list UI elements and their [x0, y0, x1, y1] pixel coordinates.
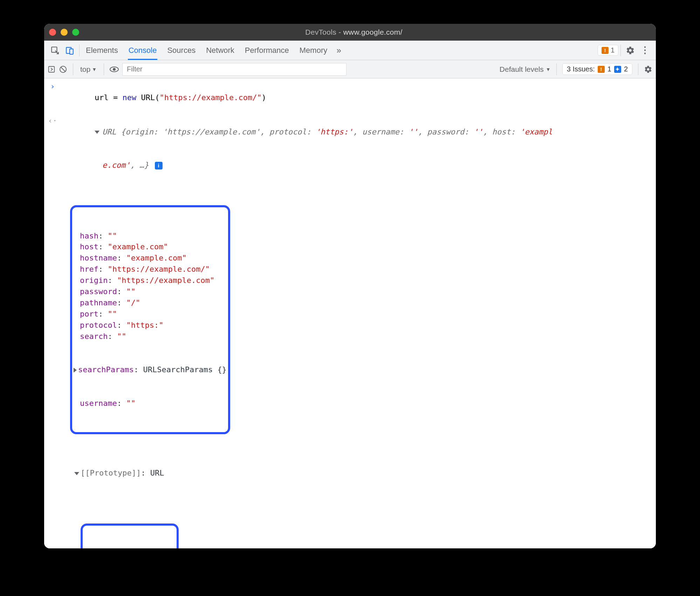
prop-value: 'exampl: [520, 127, 553, 136]
info-badge-icon[interactable]: i: [155, 162, 163, 169]
prop-value: "": [117, 332, 126, 341]
highlight-box-1: hash: ""host: "example.com"hostname: "ex…: [70, 205, 230, 434]
chevron-down-icon: ▼: [92, 67, 97, 72]
prop-key: username: [80, 399, 117, 408]
clear-console-icon[interactable]: [59, 65, 67, 74]
issues-label: 3 Issues:: [567, 65, 595, 73]
filter-input[interactable]: [122, 63, 346, 76]
proto-label: [[Prototype]]: [81, 469, 141, 477]
prop-value: "https:": [126, 321, 163, 330]
devtools-window: DevTools - www.google.com/ Elements Cons…: [44, 24, 656, 548]
prop-key: protocol: [80, 321, 117, 330]
prop-value: "example.com": [108, 242, 168, 251]
object-property-row[interactable]: hash: "": [74, 230, 227, 242]
console-output[interactable]: › url = new URL("https://example.com/") …: [44, 78, 656, 548]
expand-toggle-icon[interactable]: [74, 368, 77, 373]
proto-value: URL: [150, 469, 164, 477]
minimize-window-button[interactable]: [61, 29, 68, 36]
expand-toggle-icon[interactable]: [74, 472, 79, 475]
tab-performance[interactable]: Performance: [244, 41, 290, 60]
inspect-element-icon[interactable]: [48, 43, 62, 58]
code-text: url =: [95, 93, 122, 102]
object-property-row[interactable]: protocol: "https:": [74, 320, 227, 331]
code-text: URL(: [136, 93, 159, 102]
separator: [104, 63, 104, 75]
panel-tabs: Elements Console Sources Network Perform…: [85, 41, 328, 60]
issues-warn-count: 1: [608, 65, 611, 73]
separator: [556, 63, 557, 75]
object-property-row[interactable]: port: "": [74, 309, 227, 320]
object-tail: , …}: [130, 161, 149, 169]
prop-key: hash: [80, 231, 98, 240]
object-property-row[interactable]: searchParams: URLSearchParams {}: [74, 364, 227, 375]
tab-memory[interactable]: Memory: [299, 41, 328, 60]
more-tabs-icon[interactable]: »: [331, 43, 346, 58]
prop-key: origin: [80, 276, 108, 285]
issues-button[interactable]: 3 Issues: !1 ✦2: [562, 63, 632, 75]
prop-value: "/": [126, 298, 140, 307]
object-property-row[interactable]: hash: (...): [85, 548, 174, 548]
prop-value: "": [126, 399, 136, 408]
console-toolbar: top ▼ Default levels ▼ 3 Issues: !1 ✦2: [44, 60, 656, 78]
prop-value: "": [126, 287, 136, 296]
kebab-menu-icon[interactable]: ⋮: [638, 43, 652, 58]
warn-count: 1: [611, 46, 615, 54]
prop-value: 'https:': [316, 127, 353, 136]
object-property-row[interactable]: host: "example.com": [74, 241, 227, 252]
prop-key: password: [80, 287, 117, 296]
prop-value: '': [409, 127, 418, 136]
object-property-row[interactable]: pathname: "/": [74, 297, 227, 309]
console-output-row[interactable]: ‹· URL {origin: 'https://example.com', p…: [44, 115, 656, 182]
expand-toggle-icon[interactable]: [95, 131, 99, 134]
separator: [79, 44, 80, 56]
output-chevron-icon: ‹·: [48, 115, 57, 182]
traffic-lights: [49, 29, 79, 36]
live-expression-icon[interactable]: [110, 66, 119, 73]
separator: [620, 44, 621, 56]
prop-value: "": [108, 310, 117, 318]
prop-value: "": [108, 231, 117, 240]
execution-context-selector[interactable]: top ▼: [79, 65, 98, 74]
object-properties: hash: ""host: "example.com"hostname: "ex…: [44, 182, 656, 548]
object-property-row[interactable]: href: "https://example.com/": [74, 264, 227, 275]
separator: [638, 63, 638, 75]
object-property-row[interactable]: hostname: "example.com": [74, 252, 227, 264]
tab-sources[interactable]: Sources: [166, 41, 196, 60]
object-property-row[interactable]: username: "": [74, 398, 227, 409]
prototype-row[interactable]: [[Prototype]]: URL: [74, 467, 651, 479]
code-text: ): [262, 93, 266, 102]
close-window-button[interactable]: [49, 29, 56, 36]
tab-network[interactable]: Network: [205, 41, 235, 60]
prop-key: searchParams: [78, 365, 134, 374]
log-levels-selector[interactable]: Default levels ▼: [500, 65, 551, 74]
issues-info-count: 2: [624, 65, 628, 73]
levels-label: Default levels: [500, 65, 544, 74]
console-settings-icon[interactable]: [644, 65, 652, 74]
prop-value: '': [474, 127, 483, 136]
object-property-row[interactable]: origin: "https://example.com": [74, 275, 227, 286]
svg-point-6: [113, 68, 116, 71]
highlight-box-2: hash: (...)host: (...)hostname: (...)hre…: [81, 524, 179, 548]
prop-key: username:: [362, 127, 404, 136]
toggle-drawer-icon[interactable]: [48, 65, 55, 73]
svg-rect-3: [49, 66, 55, 72]
prop-key: search: [80, 332, 108, 341]
object-head: URL {: [102, 127, 125, 136]
prop-key: hostname: [80, 254, 117, 262]
prop-value: "https://example.com/": [108, 265, 210, 273]
settings-icon[interactable]: [623, 43, 638, 58]
prop-value: 'https://example.com': [163, 127, 260, 136]
code-string: "https://example.com/": [159, 93, 261, 102]
tab-elements[interactable]: Elements: [85, 41, 119, 60]
code-keyword: new: [122, 93, 136, 102]
prop-key: port: [80, 310, 98, 318]
svg-rect-2: [70, 49, 73, 54]
maximize-window-button[interactable]: [72, 29, 79, 36]
error-count-badge[interactable]: ! 1: [598, 45, 618, 56]
tab-console[interactable]: Console: [128, 41, 158, 60]
object-property-row[interactable]: search: "": [74, 331, 227, 342]
info-icon: ✦: [614, 66, 621, 73]
object-property-row[interactable]: password: "": [74, 286, 227, 297]
device-toolbar-icon[interactable]: [62, 43, 77, 58]
prop-key: pathname: [80, 298, 117, 307]
